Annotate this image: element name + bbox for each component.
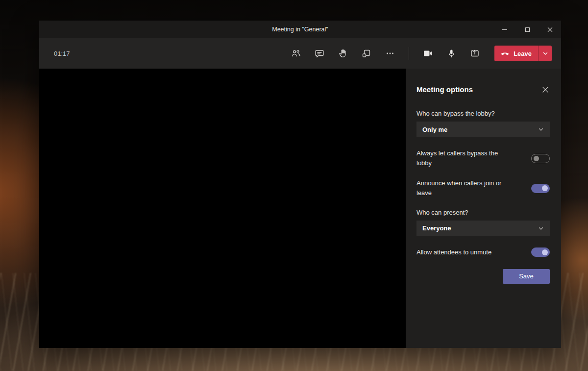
breakout-rooms-icon — [361, 48, 372, 59]
window-title: Meeting in "General" — [39, 26, 561, 33]
maximize-icon — [525, 27, 530, 32]
close-window-button[interactable] — [539, 21, 561, 38]
panel-header: Meeting options — [416, 85, 550, 94]
callers-bypass-toggle[interactable] — [531, 154, 550, 163]
more-options-button[interactable] — [380, 43, 400, 64]
callers-bypass-label: Always let callers bypass the lobby — [416, 148, 513, 168]
chevron-down-icon — [538, 126, 544, 132]
chat-icon — [314, 48, 325, 59]
chevron-down-icon — [538, 225, 544, 231]
present-dropdown-value: Everyone — [422, 224, 451, 232]
microphone-icon — [446, 48, 457, 59]
raise-hand-button[interactable] — [333, 43, 353, 64]
window-controls — [493, 21, 561, 38]
toggle-knob — [542, 185, 548, 191]
panel-title: Meeting options — [416, 85, 473, 94]
hang-up-icon — [500, 49, 510, 58]
minimize-button[interactable] — [493, 21, 516, 38]
chat-button[interactable] — [309, 43, 330, 64]
toggle-knob — [534, 156, 539, 161]
leave-button[interactable]: Leave — [494, 46, 538, 61]
close-icon — [542, 86, 549, 93]
participants-button[interactable] — [286, 43, 306, 64]
minimize-icon — [502, 29, 507, 30]
present-field: Who can present? Everyone — [416, 209, 550, 236]
announce-row: Announce when callers join or leave — [416, 178, 550, 198]
leave-button-group: Leave — [494, 46, 552, 61]
camera-icon — [422, 48, 433, 59]
teams-meeting-window: Meeting in "General" 01:17 — [39, 21, 561, 348]
announce-label: Announce when callers join or leave — [416, 178, 513, 198]
participants-icon — [291, 48, 301, 59]
present-label: Who can present? — [416, 209, 550, 216]
raise-hand-icon — [338, 48, 348, 59]
leave-button-label: Leave — [514, 50, 532, 57]
panel-close-button[interactable] — [541, 85, 550, 94]
camera-button[interactable] — [417, 43, 438, 64]
unmute-label: Allow attendees to unmute — [416, 247, 491, 257]
share-screen-button[interactable] — [465, 43, 485, 64]
lobby-dropdown-value: Only me — [422, 126, 447, 133]
meeting-options-panel: Meeting options Who can bypass the lobby… — [406, 69, 561, 348]
title-bar: Meeting in "General" — [39, 21, 561, 38]
leave-options-button[interactable] — [538, 46, 552, 61]
more-options-icon — [385, 48, 395, 59]
close-icon — [547, 27, 553, 32]
save-row: Save — [416, 269, 550, 284]
toggle-knob — [542, 249, 548, 255]
video-stage — [39, 69, 406, 348]
microphone-button[interactable] — [441, 43, 462, 64]
announce-toggle[interactable] — [531, 184, 550, 193]
unmute-toggle[interactable] — [531, 247, 550, 257]
chevron-down-icon — [542, 50, 548, 56]
lobby-dropdown[interactable]: Only me — [416, 122, 550, 137]
lobby-field: Who can bypass the lobby? Only me — [416, 110, 550, 137]
meeting-toolbar: 01:17 — [39, 38, 561, 69]
maximize-button[interactable] — [516, 21, 539, 38]
toolbar-divider — [409, 47, 409, 60]
meeting-main-area: Meeting options Who can bypass the lobby… — [39, 69, 561, 348]
callers-bypass-row: Always let callers bypass the lobby — [416, 148, 550, 168]
lobby-label: Who can bypass the lobby? — [416, 110, 550, 117]
present-dropdown[interactable]: Everyone — [416, 221, 550, 236]
save-button[interactable]: Save — [503, 269, 550, 284]
meeting-timer: 01:17 — [54, 50, 70, 57]
unmute-row: Allow attendees to unmute — [416, 247, 550, 257]
breakout-rooms-button[interactable] — [356, 43, 377, 64]
share-screen-icon — [469, 48, 480, 59]
